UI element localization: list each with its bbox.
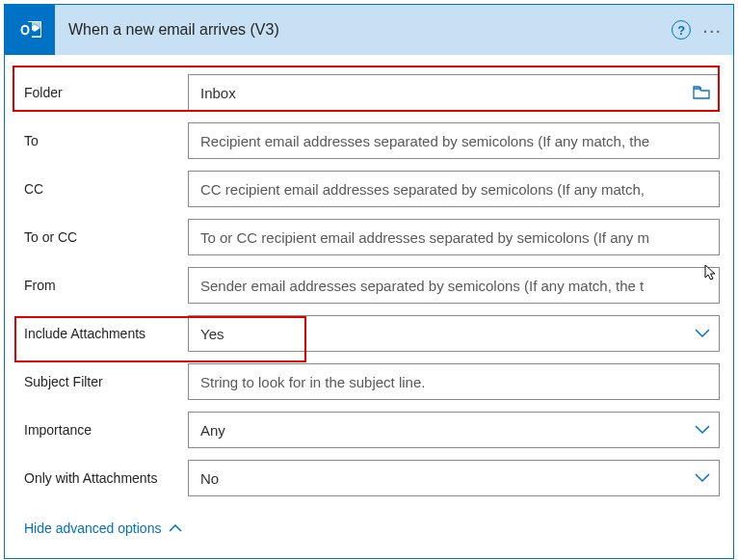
- outlook-icon: [16, 16, 43, 43]
- row-include-attachments: Include Attachments Yes: [18, 315, 720, 352]
- importance-select[interactable]: Any: [188, 412, 720, 448]
- label-to-or-cc: To or CC: [18, 229, 188, 245]
- label-only-with-attachments: Only with Attachments: [18, 470, 188, 486]
- chevron-down-icon[interactable]: [695, 473, 710, 483]
- include-attachments-select[interactable]: Yes: [188, 315, 720, 352]
- label-cc: CC: [18, 181, 188, 197]
- include-attachments-value: Yes: [200, 326, 680, 342]
- trigger-title: When a new email arrives (V3): [55, 21, 672, 39]
- header-actions: ? ···: [672, 20, 733, 40]
- chevron-down-icon[interactable]: [695, 425, 710, 435]
- row-from: From: [18, 267, 720, 304]
- row-folder: Folder: [18, 74, 720, 111]
- form-body: Folder To CC To or CC: [5, 55, 733, 558]
- folder-input[interactable]: [188, 74, 720, 111]
- row-subject-filter: Subject Filter: [18, 363, 720, 400]
- row-to-or-cc: To or CC: [18, 219, 720, 255]
- label-importance: Importance: [18, 422, 188, 438]
- cc-input[interactable]: [188, 171, 720, 207]
- chevron-up-icon: [169, 524, 182, 532]
- from-input[interactable]: [188, 267, 720, 304]
- only-with-attachments-select[interactable]: No: [188, 460, 720, 496]
- connector-icon-box: [5, 5, 55, 55]
- row-to: To: [18, 122, 720, 159]
- hide-advanced-link[interactable]: Hide advanced options: [24, 520, 182, 536]
- hide-advanced-label: Hide advanced options: [24, 520, 161, 536]
- label-include-attachments: Include Attachments: [18, 326, 188, 341]
- label-from: From: [18, 278, 188, 293]
- label-subject-filter: Subject Filter: [18, 374, 188, 389]
- trigger-card: When a new email arrives (V3) ? ··· Fold…: [4, 4, 734, 559]
- advanced-section: Hide advanced options: [18, 508, 720, 545]
- subject-filter-input[interactable]: [188, 363, 720, 400]
- only-with-attachments-value: No: [200, 470, 680, 487]
- to-or-cc-input[interactable]: [188, 219, 720, 255]
- folder-picker-icon[interactable]: [693, 86, 710, 99]
- label-folder: Folder: [18, 85, 188, 100]
- svg-rect-2: [18, 22, 32, 38]
- label-to: To: [18, 133, 188, 148]
- chevron-down-icon[interactable]: [695, 329, 710, 338]
- header-bar[interactable]: When a new email arrives (V3) ? ···: [5, 5, 733, 55]
- to-input[interactable]: [188, 122, 720, 159]
- row-importance: Importance Any: [18, 412, 720, 448]
- importance-value: Any: [200, 422, 680, 439]
- more-icon[interactable]: ···: [702, 20, 722, 40]
- row-cc: CC: [18, 171, 720, 207]
- help-icon[interactable]: ?: [672, 20, 691, 40]
- row-only-with-attachments: Only with Attachments No: [18, 460, 720, 496]
